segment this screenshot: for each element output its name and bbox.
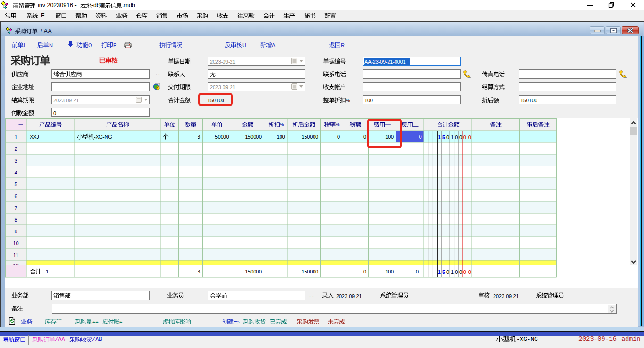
svg-text:1: 1 bbox=[46, 269, 49, 274]
svg-text:0: 0 bbox=[446, 134, 449, 140]
svg-text:150000: 150000 bbox=[245, 134, 262, 140]
svg-text:1: 1 bbox=[438, 269, 441, 275]
svg-text:3: 3 bbox=[14, 158, 17, 164]
svg-text:7: 7 bbox=[14, 205, 17, 211]
svg-text:10: 10 bbox=[13, 240, 18, 246]
svg-text:9: 9 bbox=[14, 229, 17, 234]
svg-text:150000: 150000 bbox=[245, 269, 262, 274]
svg-text:11: 11 bbox=[13, 252, 18, 258]
svg-text:0: 0 bbox=[463, 269, 466, 275]
svg-text:0: 0 bbox=[363, 269, 366, 274]
svg-text:%: % bbox=[280, 122, 284, 127]
svg-text:5: 5 bbox=[442, 134, 445, 140]
svg-text:8: 8 bbox=[14, 217, 17, 223]
svg-text:0: 0 bbox=[337, 134, 340, 140]
svg-text:3: 3 bbox=[198, 269, 200, 274]
svg-text:1: 1 bbox=[451, 134, 454, 140]
svg-text:2: 2 bbox=[14, 146, 17, 152]
svg-text:6: 6 bbox=[14, 193, 17, 199]
svg-text:150000: 150000 bbox=[301, 269, 318, 274]
svg-text:1: 1 bbox=[438, 134, 441, 140]
svg-text:1: 1 bbox=[451, 269, 454, 275]
svg-text:150000: 150000 bbox=[301, 134, 318, 140]
svg-text:0: 0 bbox=[419, 134, 422, 140]
svg-text:XXJ: XXJ bbox=[30, 134, 39, 140]
svg-text:100: 100 bbox=[277, 134, 285, 140]
svg-text:0: 0 bbox=[463, 134, 466, 140]
svg-text:0: 0 bbox=[446, 269, 449, 275]
svg-text:50000: 50000 bbox=[215, 134, 229, 140]
svg-text:%: % bbox=[336, 122, 340, 127]
svg-text:0: 0 bbox=[455, 134, 458, 140]
svg-text:1: 1 bbox=[14, 134, 17, 140]
svg-text:0: 0 bbox=[363, 134, 366, 140]
svg-text:3: 3 bbox=[198, 134, 200, 140]
svg-text:4: 4 bbox=[14, 170, 17, 175]
svg-text:0: 0 bbox=[468, 134, 471, 140]
svg-text:0: 0 bbox=[468, 269, 471, 275]
svg-text:-XG-NG: -XG-NG bbox=[94, 134, 112, 140]
svg-text:100: 100 bbox=[385, 269, 394, 274]
svg-text:5: 5 bbox=[14, 182, 17, 187]
svg-text:5: 5 bbox=[442, 269, 445, 275]
svg-text:0: 0 bbox=[459, 134, 462, 140]
svg-text:0: 0 bbox=[455, 269, 458, 275]
svg-text:0: 0 bbox=[416, 269, 419, 274]
svg-text:0: 0 bbox=[459, 269, 462, 275]
